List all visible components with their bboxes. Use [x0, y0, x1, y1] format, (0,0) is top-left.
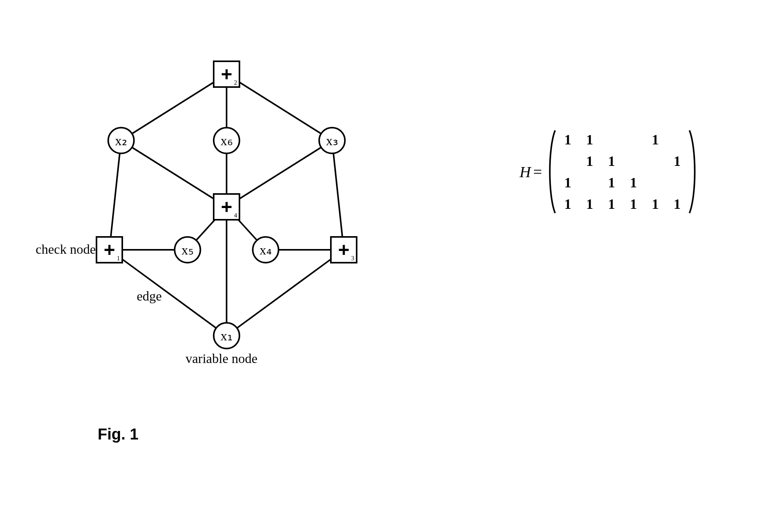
parity-check-matrix: H = 111111111111111: [520, 129, 699, 215]
variable-node-label: x₁: [221, 328, 233, 343]
matrix-cell: 1: [600, 172, 622, 193]
matrix-cell: [579, 172, 600, 193]
variable-node-x1: x₁: [213, 322, 240, 349]
edge: [227, 74, 332, 141]
edge: [332, 141, 344, 250]
matrix-cell: 1: [600, 150, 622, 172]
matrix-cell: [644, 172, 666, 193]
matrix-cell: 1: [579, 193, 600, 215]
variable-node-annotation: variable node: [186, 351, 257, 366]
matrix-cell: [622, 129, 644, 150]
matrix-cell: 1: [579, 150, 600, 172]
check-node-subscript: 4: [234, 212, 237, 219]
matrix-cell: 1: [579, 129, 600, 150]
matrix-row: 111: [557, 172, 688, 193]
matrix-cell: [666, 172, 688, 193]
tanner-graph: + 2 + 1 + 3 + 4 x₂ x₆ x₃ x₅ x₄: [31, 31, 383, 383]
matrix-cell: 1: [600, 193, 622, 215]
check-node-annotation: check node: [27, 242, 96, 257]
matrix-name: H: [520, 163, 531, 181]
variable-node-label: x₃: [326, 133, 338, 148]
variable-node-x6: x₆: [213, 127, 240, 154]
check-node-subscript: 1: [117, 255, 120, 262]
check-node-1: + 1: [96, 236, 123, 263]
check-node-3: + 3: [330, 236, 357, 263]
plus-icon: +: [221, 64, 232, 84]
variable-node-x4: x₄: [252, 236, 279, 263]
variable-node-label: x₄: [260, 242, 272, 258]
variable-node-label: x₂: [115, 133, 127, 148]
plus-icon: +: [104, 240, 115, 260]
matrix-cell: [622, 150, 644, 172]
matrix-cell: 1: [622, 193, 644, 215]
edge-annotation: edge: [137, 289, 162, 304]
plus-icon: +: [221, 197, 232, 217]
matrix-cell: 1: [557, 172, 579, 193]
matrix-row: 111: [557, 150, 688, 172]
matrix-cell: 1: [557, 129, 579, 150]
right-paren-icon: [688, 129, 699, 215]
page: + 2 + 1 + 3 + 4 x₂ x₆ x₃ x₅ x₄: [0, 0, 759, 532]
check-node-4: + 4: [213, 193, 240, 221]
matrix-cell: [644, 150, 666, 172]
edge: [227, 141, 332, 207]
matrix-cell: 1: [644, 129, 666, 150]
plus-icon: +: [338, 240, 349, 260]
check-node-subscript: 3: [351, 255, 354, 262]
matrix-cell: 1: [557, 193, 579, 215]
matrix-row: 111: [557, 129, 688, 150]
left-paren-icon: [546, 129, 557, 215]
matrix-row: 111111: [557, 193, 688, 215]
matrix-cell: 1: [666, 193, 688, 215]
matrix-cell: [666, 129, 688, 150]
matrix-cell: 1: [666, 150, 688, 172]
check-node-2: + 2: [213, 60, 240, 88]
variable-node-label: x₅: [182, 242, 194, 258]
matrix-cell: 1: [644, 193, 666, 215]
variable-node-x2: x₂: [107, 127, 135, 154]
matrix-grid: 111111111111111: [557, 129, 688, 215]
graph-edges: [31, 31, 383, 383]
equals-sign: =: [533, 163, 542, 181]
edge: [121, 141, 227, 207]
variable-node-x3: x₃: [318, 127, 346, 154]
variable-node-label: x₆: [221, 133, 233, 148]
figure-caption: Fig. 1: [98, 425, 138, 443]
matrix-cell: [600, 129, 622, 150]
matrix-cell: 1: [622, 172, 644, 193]
variable-node-x5: x₅: [174, 236, 201, 263]
edge: [121, 74, 227, 141]
matrix-parentheses: 111111111111111: [546, 129, 699, 215]
edge: [227, 250, 344, 336]
matrix-cell: [557, 150, 579, 172]
edge: [109, 141, 121, 250]
check-node-subscript: 2: [234, 79, 237, 86]
edge: [109, 250, 227, 336]
